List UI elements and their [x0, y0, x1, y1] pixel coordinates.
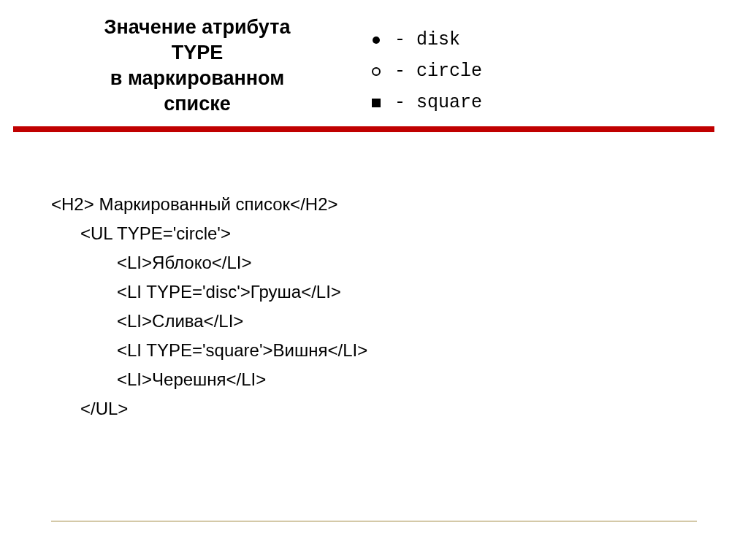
disc-icon — [358, 37, 394, 44]
code-line-li-1: <LI>Яблоко</LI> — [51, 253, 748, 273]
header-section: Значение атрибута TYPE в маркированном с… — [0, 0, 748, 123]
bullet-label-disk: - disk — [394, 29, 460, 50]
bullet-label-square: - square — [394, 92, 482, 113]
code-line-li-5: <LI>Черешня</LI> — [51, 369, 748, 390]
title-line-1: Значение атрибута — [104, 16, 291, 38]
square-icon — [358, 99, 394, 107]
title-line-2: TYPE — [172, 42, 224, 64]
code-line-li-4: <LI TYPE='square'>Вишня</LI> — [51, 340, 748, 361]
code-example: <H2> Маркированный список</H2> <UL TYPE=… — [0, 132, 748, 419]
title-line-4: списке — [164, 93, 230, 115]
bottom-divider — [51, 521, 697, 522]
code-line-li-2: <LI TYPE='disc'>Груша</LI> — [51, 282, 748, 302]
code-line-ul-open: <UL TYPE='circle'> — [51, 223, 748, 244]
title-block: Значение атрибута TYPE в маркированном с… — [0, 15, 358, 123]
code-line-ul-close: </UL> — [51, 399, 748, 419]
bullet-label-circle: - circle — [394, 61, 482, 82]
code-line-h2: <H2> Маркированный список</H2> — [51, 194, 748, 215]
red-divider — [13, 126, 714, 132]
bullet-type-circle: - circle — [358, 61, 482, 82]
code-line-li-3: <LI>Слива</LI> — [51, 311, 748, 331]
circle-icon — [358, 67, 394, 76]
slide-title: Значение атрибута TYPE в маркированном с… — [51, 15, 343, 117]
bullet-type-square: - square — [358, 92, 482, 113]
bullet-type-disk: - disk — [358, 29, 482, 50]
bullet-types-list: - disk - circle - square — [358, 15, 482, 123]
title-line-3: в маркированном — [110, 67, 284, 89]
